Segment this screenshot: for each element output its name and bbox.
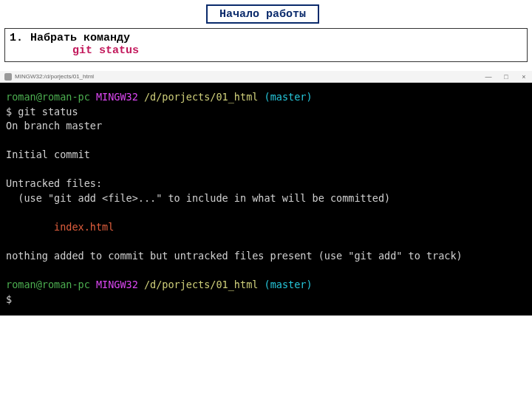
close-button[interactable]: ×: [519, 71, 529, 83]
instruction-line: 1. Набрать команду: [10, 32, 522, 44]
term-line: On branch master: [6, 120, 102, 132]
terminal-window: MINGW32:/d/porjects/01_html — □ × roman@…: [0, 71, 532, 316]
maximize-button[interactable]: □: [501, 71, 511, 83]
instruction-number: 1.: [10, 32, 23, 44]
term-line: $: [6, 293, 12, 305]
term-line: $ git status: [6, 106, 78, 117]
term-line: Untracked files:: [6, 177, 102, 189]
prompt-branch: (master): [258, 91, 312, 103]
window-title: MINGW32:/d/porjects/01_html: [15, 73, 94, 80]
prompt-user: roman@roman-pc: [6, 279, 90, 290]
prompt-branch: (master): [258, 279, 312, 290]
term-untracked-file: index.html: [6, 221, 114, 233]
instruction-box: 1. Набрать команду git status: [4, 28, 528, 62]
window-titlebar: MINGW32:/d/porjects/01_html — □ ×: [0, 71, 532, 83]
term-line: (use "git add <file>..." to include in w…: [6, 192, 390, 204]
app-icon: [4, 73, 12, 81]
prompt-sys: MINGW32: [90, 279, 138, 290]
term-line: nothing added to commit but untracked fi…: [6, 250, 463, 262]
window-controls: — □ ×: [483, 71, 529, 83]
prompt-user: roman@roman-pc: [6, 91, 90, 103]
term-line: Initial commit: [6, 149, 90, 160]
instruction-text: Набрать команду: [30, 32, 130, 44]
prompt-path: /d/porjects/01_html: [138, 279, 259, 290]
prompt-path: /d/porjects/01_html: [138, 91, 259, 103]
slide-title-box: Начало работы: [206, 4, 319, 24]
prompt-sys: MINGW32: [90, 91, 138, 103]
instruction-command: git status: [10, 44, 522, 57]
slide-title: Начало работы: [219, 8, 306, 21]
terminal-body: roman@roman-pc MINGW32 /d/porjects/01_ht…: [0, 83, 532, 316]
minimize-button[interactable]: —: [483, 71, 494, 83]
